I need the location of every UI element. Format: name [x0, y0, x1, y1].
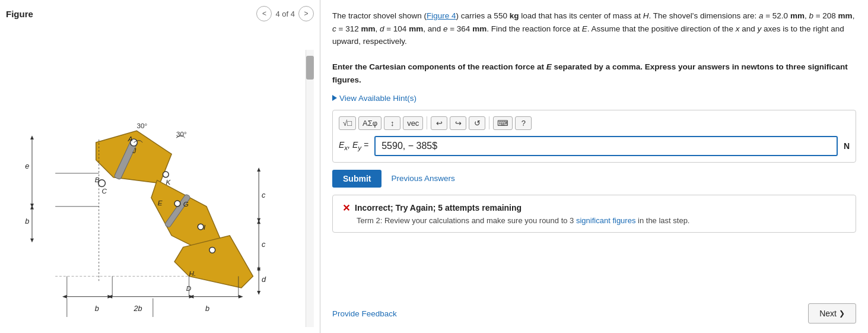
error-msg-part1: Term 2: Review your calculations and mak…: [357, 216, 576, 225]
alpha-sigma-phi-button[interactable]: ΑΣφ: [358, 116, 381, 130]
tractor-shovel-svg: b 2b a b e b: [6, 26, 291, 317]
redo-button[interactable]: ↪: [450, 116, 466, 130]
next-chevron-icon: ❯: [839, 309, 845, 318]
submit-button[interactable]: Submit: [332, 170, 381, 188]
figure-count: 4 of 4: [275, 9, 295, 18]
error-title-row: ✕ Incorrect; Try Again; 5 attempts remai…: [342, 202, 846, 214]
svg-text:A: A: [128, 135, 133, 142]
keyboard-icon: ⌨: [497, 119, 508, 128]
toolbar-sep-2: [489, 116, 489, 129]
refresh-button[interactable]: ↺: [469, 116, 485, 130]
vec-button[interactable]: vec: [403, 116, 423, 130]
figure-image: b 2b a b e b: [6, 26, 314, 327]
svg-text:J: J: [132, 147, 136, 154]
svg-text:30°: 30°: [136, 122, 147, 129]
svg-point-45: [209, 247, 215, 253]
scroll-thumb[interactable]: [306, 56, 314, 80]
hint-label: View Available Hint(s): [339, 94, 416, 103]
figure-header: Figure < 4 of 4 >: [6, 6, 314, 21]
figure-link[interactable]: Figure 4: [427, 11, 456, 20]
vec-label: vec: [407, 119, 419, 128]
action-row: Submit Previous Answers: [332, 170, 856, 188]
svg-text:c: c: [262, 240, 266, 249]
next-button[interactable]: Next ❯: [808, 303, 856, 324]
svg-text:a: a: [153, 316, 157, 317]
svg-text:K: K: [166, 178, 171, 186]
svg-text:b: b: [205, 304, 209, 313]
instruction-text: Enter the Cartesian components of the re…: [332, 62, 848, 84]
svg-text:G: G: [183, 200, 189, 208]
svg-point-43: [174, 201, 180, 207]
error-x-icon: ✕: [342, 202, 350, 214]
figure-nav: < 4 of 4 >: [256, 6, 314, 21]
prev-figure-button[interactable]: <: [256, 6, 272, 21]
provide-feedback-link[interactable]: Provide Feedback: [332, 309, 397, 318]
svg-text:b: b: [25, 217, 29, 226]
redo-icon: ↪: [455, 119, 462, 128]
math-toolbar: √□ ΑΣφ ↕ vec ↩ ↪ ↺ ⌨: [339, 116, 850, 130]
error-box: ✕ Incorrect; Try Again; 5 attempts remai…: [332, 195, 856, 233]
error-message: Term 2: Review your calculations and mak…: [357, 216, 846, 225]
figure-title: Figure: [6, 9, 33, 19]
undo-button[interactable]: ↩: [431, 116, 447, 130]
right-panel: The tractor shovel shown (Figure 4) carr…: [320, 0, 868, 333]
svg-point-42: [163, 172, 169, 177]
svg-text:2b: 2b: [133, 304, 142, 313]
hint-triangle-icon: [332, 95, 337, 101]
svg-text:D: D: [186, 284, 192, 292]
unit-label: N: [844, 141, 850, 151]
svg-point-44: [198, 224, 204, 230]
bottom-bar: Provide Feedback Next ❯: [332, 299, 856, 324]
math-input-area: √□ ΑΣφ ↕ vec ↩ ↪ ↺ ⌨: [332, 110, 856, 163]
input-label: Ex, Ey =: [339, 140, 368, 151]
next-figure-button[interactable]: >: [298, 6, 314, 21]
input-row: Ex, Ey = N: [339, 136, 850, 156]
error-title: Incorrect; Try Again; 5 attempts remaini…: [355, 203, 522, 213]
svg-text:e: e: [25, 161, 29, 170]
alpha-sigma-icon: ΑΣφ: [363, 119, 377, 128]
arrow-updown-button[interactable]: ↕: [384, 116, 400, 130]
significant-figures-link[interactable]: significant figures: [576, 216, 635, 225]
error-msg-part2: in the last step.: [635, 216, 689, 225]
sqrt-button[interactable]: √□: [339, 116, 356, 130]
figure-panel: Figure < 4 of 4 > b 2b a b: [0, 0, 320, 333]
problem-text: The tractor shovel shown (Figure 4) carr…: [332, 9, 856, 87]
svg-text:H.: H.: [189, 269, 196, 277]
undo-icon: ↩: [436, 119, 443, 128]
previous-answers-link[interactable]: Previous Answers: [391, 174, 454, 183]
hint-link[interactable]: View Available Hint(s): [332, 94, 856, 103]
help-button[interactable]: ?: [515, 116, 532, 130]
problem-description: The tractor shovel shown (Figure 4) carr…: [332, 11, 854, 46]
next-label: Next: [819, 309, 837, 318]
toolbar-sep-1: [427, 116, 427, 129]
refresh-icon: ↺: [474, 119, 481, 128]
answer-input[interactable]: [374, 136, 838, 156]
sqrt-icon: √□: [343, 119, 352, 128]
keyboard-button[interactable]: ⌨: [493, 116, 513, 130]
help-icon: ?: [522, 119, 526, 128]
svg-text:C: C: [102, 187, 107, 195]
hint-row: View Available Hint(s): [332, 94, 856, 103]
scrollbar[interactable]: [306, 50, 314, 327]
svg-text:d: d: [262, 275, 266, 284]
svg-text:c: c: [262, 191, 266, 199]
arrow-updown-icon: ↕: [390, 119, 395, 128]
svg-text:b: b: [95, 304, 99, 313]
svg-text:E: E: [158, 199, 163, 207]
